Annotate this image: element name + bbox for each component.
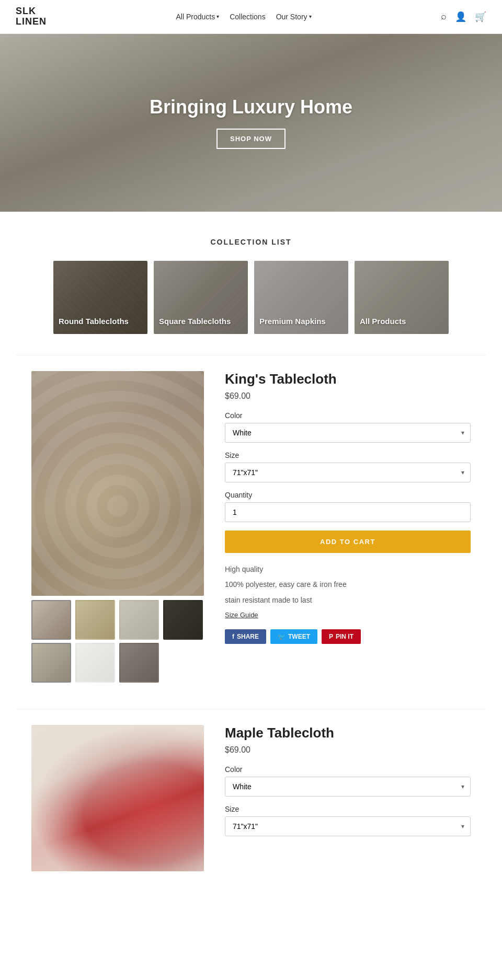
product1-thumbnail-grid [31,600,204,640]
chevron-down-icon: ▾ [309,14,312,19]
pinterest-icon: P [329,633,333,640]
product1-size-wrapper: 71"x71" 60"x84" 60"x102" 60"x120" ▾ [225,463,471,482]
header-icons: ⌕ 👤 🛒 [441,11,486,22]
product1-thumbnail-row2 [31,643,204,683]
product1-color-label: Color [225,411,471,420]
product1-color-select[interactable]: White Beige Grey Black [225,423,471,443]
hero-title: Bringing Luxury Home [150,96,352,118]
product1-section: King's Tablecloth $69.00 Color White Bei… [0,355,502,709]
collection-card-square-tablecloths[interactable]: Square Tablecloths [154,261,248,334]
collection-section: COLLECTION LIST Round Tablecloths Square… [0,212,502,355]
product2-color-wrapper: White Beige Grey Black ▾ [225,777,471,797]
product1-feature2: 100% polyester, easy care & iron free [225,579,471,591]
product1-quantity-input[interactable] [225,502,471,522]
product1-layout: King's Tablecloth $69.00 Color White Bei… [31,371,471,683]
product1-title: King's Tablecloth [225,371,471,387]
hero-content: Bringing Luxury Home SHOP NOW [150,96,352,149]
product1-thumb-3[interactable] [119,600,159,640]
collection-section-title: COLLECTION LIST [16,238,486,246]
collection-card-all-products[interactable]: All Products [355,261,449,334]
product2-info: Maple Tablecloth $69.00 Color White Beig… [225,725,471,845]
product1-thumb-5[interactable] [31,643,71,683]
product1-feature1: High quality [225,563,471,576]
nav-collections[interactable]: Collections [230,13,265,21]
product2-size-wrapper: 71"x71" 60"x84" 60"x102" 60"x120" ▾ [225,816,471,836]
product1-feature3: stain resistant made to last [225,594,471,607]
product2-size-select[interactable]: 71"x71" 60"x84" 60"x102" 60"x120" [225,816,471,836]
product1-images [31,371,204,683]
product1-thumb-6[interactable] [75,643,115,683]
product1-size-label: Size [225,451,471,459]
cart-icon[interactable]: 🛒 [475,11,486,22]
card-label-round: Round Tablecloths [53,309,147,334]
product2-color-label: Color [225,765,471,774]
product2-main-image[interactable] [31,725,204,871]
product2-layout: Maple Tablecloth $69.00 Color White Beig… [31,725,471,871]
chevron-down-icon: ▾ [216,14,219,19]
product1-main-image[interactable] [31,371,204,596]
product1-info: King's Tablecloth $69.00 Color White Bei… [225,371,471,644]
product1-social-share: f SHARE 🐦 TWEET P PIN IT [225,629,471,644]
shop-now-button[interactable]: SHOP NOW [216,129,286,149]
product1-color-wrapper: White Beige Grey Black ▾ [225,423,471,443]
product2-price: $69.00 [225,745,471,755]
product1-price: $69.00 [225,391,471,401]
product2-section: Maple Tablecloth $69.00 Color White Beig… [0,709,502,897]
twitter-icon: 🐦 [278,633,286,640]
product1-thumb-7[interactable] [119,643,159,683]
product2-size-label: Size [225,805,471,813]
product2-color-select[interactable]: White Beige Grey Black [225,777,471,797]
nav-all-products[interactable]: All Products ▾ [176,13,219,21]
facebook-icon: f [232,633,234,640]
product1-add-to-cart-button[interactable]: ADD TO CART [225,531,471,553]
card-label-square: Square Tablecloths [154,309,248,334]
card-label-all: All Products [355,309,449,334]
product1-quantity-label: Quantity [225,491,471,499]
facebook-share-button[interactable]: f SHARE [225,629,266,644]
nav-our-story[interactable]: Our Story ▾ [276,13,312,21]
site-header: SLK LINEN All Products ▾ Collections Our… [0,0,502,34]
product1-size-guide-link[interactable]: Size Guide [225,611,258,619]
collection-card-round-tablecloths[interactable]: Round Tablecloths [53,261,147,334]
search-icon[interactable]: ⌕ [441,11,447,22]
site-logo[interactable]: SLK LINEN [16,6,47,27]
card-label-napkins: Premium Napkins [254,309,348,334]
product1-size-select[interactable]: 71"x71" 60"x84" 60"x102" 60"x120" [225,463,471,482]
account-icon[interactable]: 👤 [455,11,466,22]
product2-title: Maple Tablecloth [225,725,471,741]
product1-thumb-2[interactable] [75,600,115,640]
collection-card-premium-napkins[interactable]: Premium Napkins [254,261,348,334]
product1-thumb-1[interactable] [31,600,71,640]
product1-thumb-4[interactable] [163,600,203,640]
hero-section: Bringing Luxury Home SHOP NOW [0,34,502,212]
twitter-share-button[interactable]: 🐦 TWEET [270,629,317,644]
collection-grid: Round Tablecloths Square Tablecloths Pre… [16,261,486,334]
main-nav: All Products ▾ Collections Our Story ▾ [176,13,311,21]
pinterest-share-button[interactable]: P PIN IT [322,629,361,644]
